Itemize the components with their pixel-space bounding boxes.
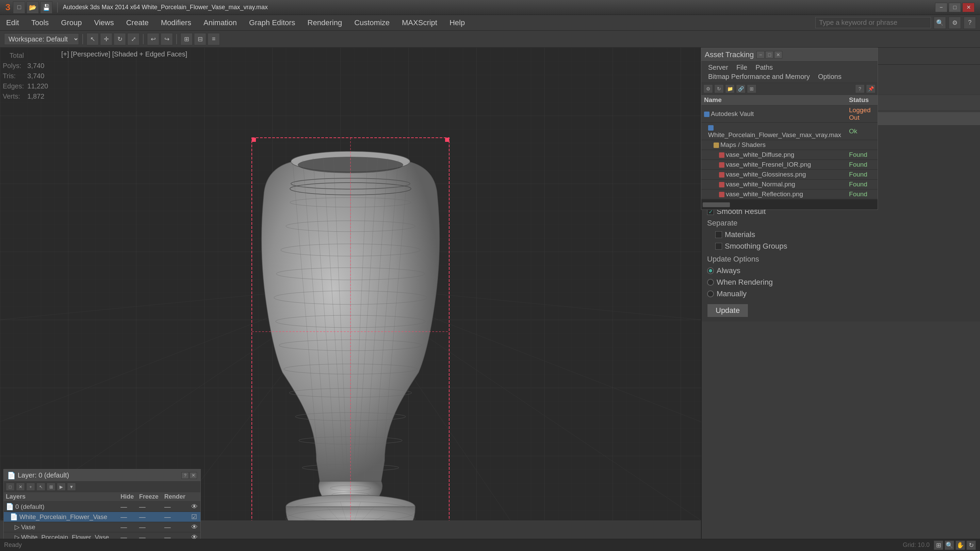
asset-menu-paths[interactable]: Paths [751,63,777,72]
settings-btn[interactable]: ⚙ [949,17,961,29]
new-btn[interactable]: □ [13,2,25,14]
menu-rendering[interactable]: Rendering [301,16,348,29]
orbit-btn[interactable]: ↻ [966,540,976,550]
layer-freeze[interactable]: — [137,522,162,532]
open-btn[interactable]: 📂 [27,2,39,14]
snap-btn[interactable]: ⊞ [180,33,192,45]
layer-vis-icon[interactable]: 👁 [189,502,200,512]
asset-toolbar-btn4[interactable]: 🔗 [736,84,746,93]
menu-edit[interactable]: Edit [0,16,25,29]
align-btn[interactable]: ≡ [208,33,220,45]
asset-restore-btn[interactable]: □ [765,51,773,59]
layers-add-btn[interactable]: + [26,483,35,491]
layer-render[interactable]: — [162,522,189,532]
when-rendering-radio[interactable] [707,279,714,286]
asset-panel-controls[interactable]: − □ ✕ [756,51,782,59]
select-btn[interactable]: ↖ [86,33,99,45]
layer-freeze[interactable]: — [137,502,162,512]
layers-collapse-btn[interactable]: ▼ [67,483,76,491]
workspace-select[interactable]: Workspace: Default [4,33,79,45]
layer-render[interactable]: — [162,502,189,512]
svg-rect-56 [252,138,256,142]
mirror-btn[interactable]: ⊟ [194,33,206,45]
layer-name: ▷Vase [4,522,118,532]
menu-graph-editors[interactable]: Graph Editors [243,16,301,29]
menu-animation[interactable]: Animation [197,16,243,29]
redo-btn[interactable]: ↪ [161,33,173,45]
smoothing-groups-checkbox[interactable] [715,243,722,250]
menu-views[interactable]: Views [88,16,120,29]
layer-hide[interactable]: — [118,502,137,512]
asset-toolbar-btn1[interactable]: ⚙ [703,84,713,93]
save-btn[interactable]: 💾 [40,2,52,14]
manually-radio[interactable] [707,291,714,297]
update-btn[interactable]: Update [707,304,748,318]
menu-create[interactable]: Create [120,16,155,29]
table-row[interactable]: ▷Vase — — — 👁 [4,522,200,532]
menu-group[interactable]: Group [55,16,88,29]
table-row[interactable]: vase_white_Diffuse.png Found [701,150,878,160]
always-radio[interactable] [707,267,714,274]
asset-menu-bitmap[interactable]: Bitmap Performance and Memory [704,72,814,81]
close-btn[interactable]: ✕ [962,3,975,12]
table-row[interactable]: vase_white_Reflection.png Found [701,189,878,199]
layers-help-btn[interactable]: ? [181,472,189,479]
layer-vis-icon[interactable]: 👁 [189,522,200,532]
asset-toolbar-btn3[interactable]: 📁 [725,84,735,93]
asset-close-btn[interactable]: ✕ [774,51,782,59]
zoom-region-btn[interactable]: 🔍 [945,540,954,550]
layers-highlight-btn[interactable]: ⊞ [47,483,56,491]
asset-scroll-thumb[interactable] [703,202,730,207]
layers-select-btn[interactable]: ↖ [37,483,45,491]
viewport-nav-btns[interactable]: ⊞ 🔍 ✋ ↻ [934,540,976,550]
layers-panel-controls[interactable]: ? ✕ [181,472,197,479]
minimize-btn[interactable]: − [935,3,947,12]
search-btn[interactable]: 🔍 [934,17,946,29]
zoom-extents-btn[interactable]: ⊞ [934,540,943,550]
layers-delete-btn[interactable]: ✕ [16,483,25,491]
asset-toolbar-help[interactable]: ? [855,84,865,93]
menu-help[interactable]: Help [443,16,471,29]
update-options-title: Update Options [707,255,975,264]
layer-freeze[interactable]: — [137,512,162,522]
asset-toolbar-btn2[interactable]: ↻ [714,84,724,93]
layer-hide[interactable]: — [118,512,137,522]
move-btn[interactable]: ✛ [100,33,112,45]
asset-menu-options[interactable]: Options [814,72,846,81]
vase-container [0,95,701,520]
menu-maxscript[interactable]: MAXScript [396,16,443,29]
table-row[interactable]: Maps / Shaders [701,140,878,150]
table-row[interactable]: Autodesk Vault Logged Out [701,105,878,123]
toolbar-buttons[interactable]: □ 📂 💾 [13,2,52,14]
maximize-btn[interactable]: □ [949,3,961,12]
table-row[interactable]: 📄0 (default) — — — 👁 [4,502,200,512]
table-row[interactable]: 📄White_Porcelain_Flower_Vase — — — ☑ [4,512,200,522]
table-row[interactable]: White_Porcelain_Flower_Vase_max_vray.max… [701,123,878,140]
materials-checkbox[interactable] [715,231,722,238]
layers-new-btn[interactable]: □ [6,483,14,491]
menu-customize[interactable]: Customize [348,16,396,29]
layers-close-btn[interactable]: ✕ [189,472,197,479]
window-controls[interactable]: − □ ✕ [935,3,975,12]
search-input[interactable] [815,17,931,28]
table-row[interactable]: vase_white_Fresnel_IOR.png Found [701,160,878,170]
asset-toolbar-btn5[interactable]: ⊞ [747,84,756,93]
layer-hide[interactable]: — [118,522,137,532]
pan-btn[interactable]: ✋ [956,540,965,550]
help-btn[interactable]: ? [964,17,976,29]
layers-expand-btn[interactable]: ▶ [57,483,66,491]
asset-menu-server[interactable]: Server [704,63,732,72]
table-row[interactable]: vase_white_Normal.png Found [701,179,878,189]
menu-modifiers[interactable]: Modifiers [155,16,197,29]
rotate-btn[interactable]: ↻ [114,33,126,45]
asset-scrollbar[interactable] [701,199,878,210]
asset-toolbar-pin[interactable]: 📌 [866,84,875,93]
layer-render[interactable]: — [162,512,189,522]
asset-menu-file[interactable]: File [732,63,751,72]
undo-btn[interactable]: ↩ [147,33,159,45]
asset-minimize-btn[interactable]: − [756,51,765,59]
table-row[interactable]: vase_white_Glossiness.png Found [701,170,878,179]
scale-btn[interactable]: ⤢ [127,33,140,45]
menu-tools[interactable]: Tools [25,16,55,29]
layer-checkbox[interactable]: ☑ [189,512,200,522]
